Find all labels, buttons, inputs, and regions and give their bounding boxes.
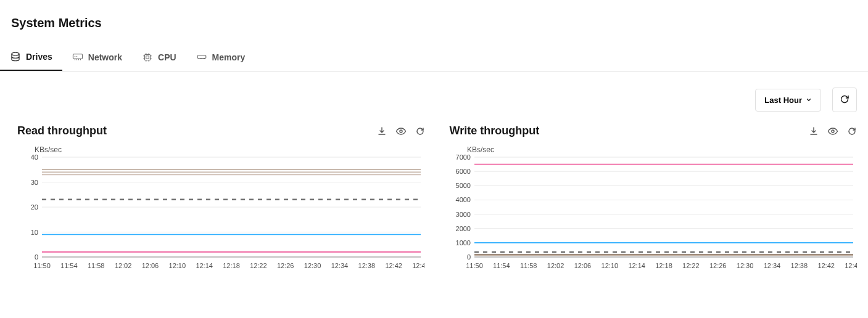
chart-plot: KBs/sec01020304011:5011:5411:5812:0212:0… [17, 142, 425, 272]
eye-icon[interactable] [827, 126, 838, 136]
xtick-label: 11:50 [466, 262, 483, 269]
ytick-label: 7000 [455, 153, 470, 161]
ytick-label: 20 [31, 203, 38, 211]
refresh-icon [840, 94, 849, 106]
refresh-icon[interactable] [847, 126, 857, 136]
xtick-label: 12:14 [196, 262, 213, 269]
xtick-label: 12:46 [845, 262, 857, 269]
chart-header: Write throughput [450, 124, 858, 137]
chart-card-write: Write throughput KBs/sec0100020003000400… [450, 124, 858, 272]
svg-rect-6 [197, 55, 206, 59]
xtick-label: 12:26 [709, 262, 726, 269]
xtick-label: 12:46 [412, 262, 424, 269]
tab-bar: DrivesNetworkCPUMemory [0, 43, 868, 71]
xtick-label: 11:58 [519, 262, 537, 269]
ytick-label: 6000 [455, 168, 470, 175]
ytick-label: 0 [35, 253, 38, 261]
svg-point-8 [832, 130, 834, 132]
ytick-label: 30 [31, 179, 38, 186]
chart-ylabel: KBs/sec [467, 145, 494, 154]
xtick-label: 12:30 [736, 262, 753, 269]
xtick-label: 12:22 [682, 262, 700, 269]
xtick-label: 12:34 [763, 262, 780, 269]
chart-svg: KBs/sec01020304011:5011:5411:5812:0212:0… [17, 142, 424, 272]
time-range-label: Last Hour [764, 96, 802, 105]
tab-label: Memory [212, 52, 246, 62]
chart-plot: KBs/sec0100020003000400050006000700011:5… [450, 142, 858, 272]
charts-toolbar: Last Hour [0, 71, 868, 112]
xtick-label: 12:38 [358, 262, 376, 269]
time-range-dropdown[interactable]: Last Hour [755, 89, 821, 112]
xtick-label: 12:10 [601, 262, 618, 269]
tab-label: Drives [26, 52, 52, 62]
chart-actions [377, 126, 425, 136]
tab-network[interactable]: Network [62, 43, 132, 70]
xtick-label: 12:26 [277, 262, 294, 269]
tab-label: Network [88, 52, 122, 62]
charts-row: Read throughput KBs/sec01020304011:5011:… [0, 112, 868, 272]
chart-card-read: Read throughput KBs/sec01020304011:5011:… [17, 124, 425, 272]
xtick-label: 12:42 [817, 262, 835, 269]
ytick-label: 5000 [455, 182, 470, 189]
xtick-label: 12:02 [115, 262, 132, 269]
download-icon[interactable] [377, 126, 387, 136]
tab-drives[interactable]: Drives [0, 43, 62, 71]
xtick-label: 11:54 [493, 262, 510, 269]
tab-cpu[interactable]: CPU [132, 43, 186, 70]
ytick-label: 4000 [455, 196, 470, 203]
svg-point-7 [400, 130, 402, 132]
xtick-label: 12:06 [574, 262, 591, 269]
chart-ylabel: KBs/sec [35, 145, 62, 154]
tab-label: CPU [158, 52, 176, 62]
ytick-label: 2000 [455, 225, 470, 232]
download-icon[interactable] [809, 126, 819, 136]
xtick-label: 12:14 [628, 262, 645, 269]
chart-header: Read throughput [17, 124, 425, 137]
xtick-label: 12:10 [169, 262, 186, 269]
svg-point-2 [75, 56, 76, 57]
svg-rect-5 [146, 56, 149, 59]
chart-title: Write throughput [450, 124, 540, 137]
xtick-label: 12:06 [142, 262, 159, 269]
page-title: System Metrics [0, 0, 868, 43]
chart-title: Read throughput [17, 124, 107, 137]
svg-point-3 [76, 56, 78, 57]
xtick-label: 12:02 [547, 262, 564, 269]
xtick-label: 12:22 [250, 262, 267, 269]
ytick-label: 3000 [455, 211, 470, 218]
xtick-label: 12:38 [790, 262, 808, 269]
xtick-label: 11:50 [33, 262, 51, 269]
tab-memory[interactable]: Memory [186, 43, 255, 70]
xtick-label: 12:18 [655, 262, 672, 269]
xtick-label: 12:34 [331, 262, 349, 269]
eye-icon[interactable] [395, 126, 407, 136]
ytick-label: 40 [31, 153, 38, 161]
refresh-icon[interactable] [415, 126, 425, 136]
ytick-label: 0 [466, 253, 470, 261]
memory-icon [196, 52, 207, 63]
chart-actions [809, 126, 857, 136]
refresh-all-button[interactable] [832, 88, 857, 112]
svg-point-0 [12, 52, 19, 55]
xtick-label: 12:18 [223, 262, 240, 269]
ytick-label: 1000 [455, 239, 470, 247]
cpu-icon [142, 52, 153, 63]
svg-rect-4 [145, 55, 151, 60]
ytick-label: 10 [31, 229, 38, 236]
xtick-label: 12:30 [304, 262, 321, 269]
xtick-label: 12:42 [385, 262, 402, 269]
drives-icon [10, 51, 21, 62]
xtick-label: 11:54 [60, 262, 78, 269]
chevron-down-icon [806, 96, 812, 105]
chart-svg: KBs/sec0100020003000400050006000700011:5… [450, 142, 857, 272]
network-icon [72, 52, 83, 63]
xtick-label: 11:58 [88, 262, 105, 269]
